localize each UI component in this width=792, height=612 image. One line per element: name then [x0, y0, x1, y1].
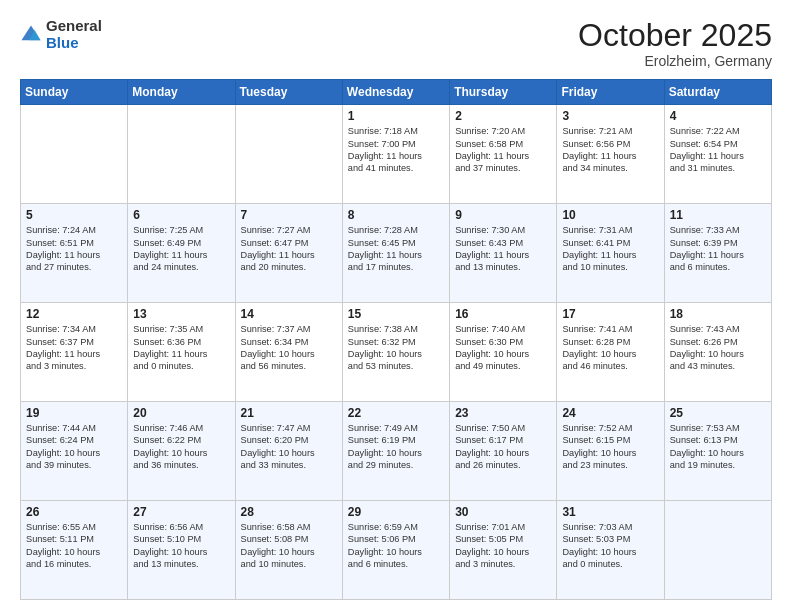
table-row: 16Sunrise: 7:40 AM Sunset: 6:30 PM Dayli… — [450, 303, 557, 402]
header: General Blue October 2025 Erolzheim, Ger… — [20, 18, 772, 69]
cell-info: Sunrise: 7:27 AM Sunset: 6:47 PM Dayligh… — [241, 224, 337, 274]
calendar-week-row: 26Sunrise: 6:55 AM Sunset: 5:11 PM Dayli… — [21, 501, 772, 600]
table-row: 25Sunrise: 7:53 AM Sunset: 6:13 PM Dayli… — [664, 402, 771, 501]
table-row: 19Sunrise: 7:44 AM Sunset: 6:24 PM Dayli… — [21, 402, 128, 501]
table-row: 2Sunrise: 7:20 AM Sunset: 6:58 PM Daylig… — [450, 105, 557, 204]
header-thursday: Thursday — [450, 80, 557, 105]
table-row: 26Sunrise: 6:55 AM Sunset: 5:11 PM Dayli… — [21, 501, 128, 600]
calendar-week-row: 1Sunrise: 7:18 AM Sunset: 7:00 PM Daylig… — [21, 105, 772, 204]
day-number: 29 — [348, 505, 444, 519]
cell-info: Sunrise: 7:20 AM Sunset: 6:58 PM Dayligh… — [455, 125, 551, 175]
cell-info: Sunrise: 7:52 AM Sunset: 6:15 PM Dayligh… — [562, 422, 658, 472]
day-number: 13 — [133, 307, 229, 321]
table-row: 9Sunrise: 7:30 AM Sunset: 6:43 PM Daylig… — [450, 204, 557, 303]
cell-info: Sunrise: 7:43 AM Sunset: 6:26 PM Dayligh… — [670, 323, 766, 373]
cell-info: Sunrise: 7:38 AM Sunset: 6:32 PM Dayligh… — [348, 323, 444, 373]
header-saturday: Saturday — [664, 80, 771, 105]
day-number: 23 — [455, 406, 551, 420]
day-number: 19 — [26, 406, 122, 420]
calendar-week-row: 19Sunrise: 7:44 AM Sunset: 6:24 PM Dayli… — [21, 402, 772, 501]
day-number: 16 — [455, 307, 551, 321]
table-row: 18Sunrise: 7:43 AM Sunset: 6:26 PM Dayli… — [664, 303, 771, 402]
table-row: 22Sunrise: 7:49 AM Sunset: 6:19 PM Dayli… — [342, 402, 449, 501]
cell-info: Sunrise: 7:41 AM Sunset: 6:28 PM Dayligh… — [562, 323, 658, 373]
table-row: 4Sunrise: 7:22 AM Sunset: 6:54 PM Daylig… — [664, 105, 771, 204]
cell-info: Sunrise: 7:30 AM Sunset: 6:43 PM Dayligh… — [455, 224, 551, 274]
table-row — [664, 501, 771, 600]
cell-info: Sunrise: 7:03 AM Sunset: 5:03 PM Dayligh… — [562, 521, 658, 571]
day-number: 1 — [348, 109, 444, 123]
cell-info: Sunrise: 7:49 AM Sunset: 6:19 PM Dayligh… — [348, 422, 444, 472]
table-row: 6Sunrise: 7:25 AM Sunset: 6:49 PM Daylig… — [128, 204, 235, 303]
table-row — [128, 105, 235, 204]
title-block: October 2025 Erolzheim, Germany — [578, 18, 772, 69]
cell-info: Sunrise: 6:56 AM Sunset: 5:10 PM Dayligh… — [133, 521, 229, 571]
cell-info: Sunrise: 7:35 AM Sunset: 6:36 PM Dayligh… — [133, 323, 229, 373]
cell-info: Sunrise: 7:21 AM Sunset: 6:56 PM Dayligh… — [562, 125, 658, 175]
day-number: 24 — [562, 406, 658, 420]
day-number: 31 — [562, 505, 658, 519]
cell-info: Sunrise: 7:33 AM Sunset: 6:39 PM Dayligh… — [670, 224, 766, 274]
table-row: 10Sunrise: 7:31 AM Sunset: 6:41 PM Dayli… — [557, 204, 664, 303]
table-row — [235, 105, 342, 204]
header-friday: Friday — [557, 80, 664, 105]
cell-info: Sunrise: 7:50 AM Sunset: 6:17 PM Dayligh… — [455, 422, 551, 472]
days-header-row: Sunday Monday Tuesday Wednesday Thursday… — [21, 80, 772, 105]
day-number: 14 — [241, 307, 337, 321]
day-number: 17 — [562, 307, 658, 321]
header-sunday: Sunday — [21, 80, 128, 105]
cell-info: Sunrise: 6:55 AM Sunset: 5:11 PM Dayligh… — [26, 521, 122, 571]
day-number: 9 — [455, 208, 551, 222]
cell-info: Sunrise: 7:46 AM Sunset: 6:22 PM Dayligh… — [133, 422, 229, 472]
day-number: 30 — [455, 505, 551, 519]
calendar-week-row: 12Sunrise: 7:34 AM Sunset: 6:37 PM Dayli… — [21, 303, 772, 402]
table-row: 11Sunrise: 7:33 AM Sunset: 6:39 PM Dayli… — [664, 204, 771, 303]
cell-info: Sunrise: 7:18 AM Sunset: 7:00 PM Dayligh… — [348, 125, 444, 175]
table-row: 7Sunrise: 7:27 AM Sunset: 6:47 PM Daylig… — [235, 204, 342, 303]
day-number: 21 — [241, 406, 337, 420]
day-number: 10 — [562, 208, 658, 222]
month-title: October 2025 — [578, 18, 772, 53]
day-number: 20 — [133, 406, 229, 420]
table-row: 27Sunrise: 6:56 AM Sunset: 5:10 PM Dayli… — [128, 501, 235, 600]
table-row: 31Sunrise: 7:03 AM Sunset: 5:03 PM Dayli… — [557, 501, 664, 600]
cell-info: Sunrise: 7:44 AM Sunset: 6:24 PM Dayligh… — [26, 422, 122, 472]
header-wednesday: Wednesday — [342, 80, 449, 105]
table-row: 29Sunrise: 6:59 AM Sunset: 5:06 PM Dayli… — [342, 501, 449, 600]
table-row: 21Sunrise: 7:47 AM Sunset: 6:20 PM Dayli… — [235, 402, 342, 501]
table-row: 28Sunrise: 6:58 AM Sunset: 5:08 PM Dayli… — [235, 501, 342, 600]
table-row: 5Sunrise: 7:24 AM Sunset: 6:51 PM Daylig… — [21, 204, 128, 303]
cell-info: Sunrise: 7:22 AM Sunset: 6:54 PM Dayligh… — [670, 125, 766, 175]
day-number: 11 — [670, 208, 766, 222]
day-number: 4 — [670, 109, 766, 123]
day-number: 8 — [348, 208, 444, 222]
logo-general-text: General — [46, 18, 102, 35]
cell-info: Sunrise: 7:01 AM Sunset: 5:05 PM Dayligh… — [455, 521, 551, 571]
logo-text: General Blue — [46, 18, 102, 51]
day-number: 26 — [26, 505, 122, 519]
day-number: 3 — [562, 109, 658, 123]
header-tuesday: Tuesday — [235, 80, 342, 105]
table-row: 3Sunrise: 7:21 AM Sunset: 6:56 PM Daylig… — [557, 105, 664, 204]
table-row: 30Sunrise: 7:01 AM Sunset: 5:05 PM Dayli… — [450, 501, 557, 600]
table-row: 23Sunrise: 7:50 AM Sunset: 6:17 PM Dayli… — [450, 402, 557, 501]
table-row: 17Sunrise: 7:41 AM Sunset: 6:28 PM Dayli… — [557, 303, 664, 402]
logo-icon — [20, 24, 42, 46]
cell-info: Sunrise: 7:31 AM Sunset: 6:41 PM Dayligh… — [562, 224, 658, 274]
calendar-table: Sunday Monday Tuesday Wednesday Thursday… — [20, 79, 772, 600]
table-row: 1Sunrise: 7:18 AM Sunset: 7:00 PM Daylig… — [342, 105, 449, 204]
day-number: 18 — [670, 307, 766, 321]
table-row: 8Sunrise: 7:28 AM Sunset: 6:45 PM Daylig… — [342, 204, 449, 303]
cell-info: Sunrise: 7:25 AM Sunset: 6:49 PM Dayligh… — [133, 224, 229, 274]
cell-info: Sunrise: 6:58 AM Sunset: 5:08 PM Dayligh… — [241, 521, 337, 571]
cell-info: Sunrise: 7:37 AM Sunset: 6:34 PM Dayligh… — [241, 323, 337, 373]
table-row: 14Sunrise: 7:37 AM Sunset: 6:34 PM Dayli… — [235, 303, 342, 402]
table-row — [21, 105, 128, 204]
table-row: 15Sunrise: 7:38 AM Sunset: 6:32 PM Dayli… — [342, 303, 449, 402]
day-number: 15 — [348, 307, 444, 321]
cell-info: Sunrise: 7:24 AM Sunset: 6:51 PM Dayligh… — [26, 224, 122, 274]
day-number: 12 — [26, 307, 122, 321]
table-row: 24Sunrise: 7:52 AM Sunset: 6:15 PM Dayli… — [557, 402, 664, 501]
calendar-week-row: 5Sunrise: 7:24 AM Sunset: 6:51 PM Daylig… — [21, 204, 772, 303]
cell-info: Sunrise: 7:34 AM Sunset: 6:37 PM Dayligh… — [26, 323, 122, 373]
